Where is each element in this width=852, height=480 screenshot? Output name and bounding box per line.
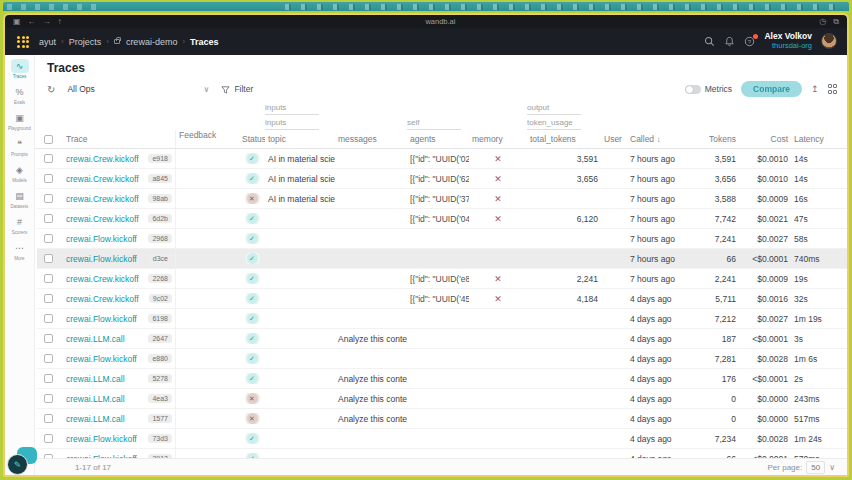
- sidebar-item-evals[interactable]: % Evals: [6, 85, 34, 105]
- chat-widget[interactable]: ✎: [7, 447, 37, 475]
- back-icon[interactable]: ←: [28, 18, 36, 26]
- sidebar-item-datasets[interactable]: ▤ Datasets: [6, 189, 34, 209]
- share-icon[interactable]: ↑: [58, 18, 62, 26]
- row-checkbox[interactable]: [44, 234, 53, 243]
- row-checkbox[interactable]: [44, 334, 53, 343]
- col-header-agents[interactable]: agents: [407, 134, 469, 144]
- trace-link[interactable]: crewai.Flow.kickoff: [66, 434, 137, 444]
- col-header-topic[interactable]: topic: [265, 134, 335, 144]
- per-page-chevron-icon[interactable]: ∨: [829, 463, 835, 472]
- table-row[interactable]: crewai.Flow.kickoff e880 ✓ 4 days ago 7,…: [37, 349, 847, 369]
- row-checkbox[interactable]: [44, 394, 53, 403]
- cell-called: 7 hours ago: [627, 174, 689, 184]
- sidebar-item-prompts[interactable]: ❝ Prompts: [6, 137, 34, 157]
- table-row[interactable]: crewai.Flow.kickoff 2968 ✓ 7 hours ago 7…: [37, 229, 847, 249]
- menubar-status-icons[interactable]: [285, 4, 845, 10]
- table-row[interactable]: crewai.Crew.kickoff 6d2b ✓ [{"id": "UUID…: [37, 209, 847, 229]
- trace-link[interactable]: crewai.LLM.call: [66, 374, 125, 384]
- trace-link[interactable]: crewai.Flow.kickoff: [66, 354, 137, 364]
- row-checkbox[interactable]: [44, 254, 53, 263]
- row-checkbox[interactable]: [44, 274, 53, 283]
- lock-icon: [114, 39, 120, 44]
- row-checkbox[interactable]: [44, 194, 53, 203]
- table-row[interactable]: crewai.Crew.kickoff e918 ✓ AI in materia…: [37, 149, 847, 169]
- wandb-logo-icon[interactable]: [17, 36, 29, 48]
- table-row[interactable]: crewai.LLM.call 2647 ✓ Analyze this cont…: [37, 329, 847, 349]
- trace-link[interactable]: crewai.LLM.call: [66, 394, 125, 404]
- table-row[interactable]: crewai.Flow.kickoff 6198 ✓ 4 days ago 7,…: [37, 309, 847, 329]
- extension-icon[interactable]: ◷: [819, 17, 826, 26]
- table-row[interactable]: crewai.Crew.kickoff 9c02 ✓ [{"id": "UUID…: [37, 289, 847, 309]
- sidebar-item-more[interactable]: ⋯ More: [6, 241, 34, 261]
- search-icon[interactable]: [704, 36, 715, 47]
- avatar[interactable]: [821, 33, 837, 49]
- trace-link[interactable]: crewai.Crew.kickoff: [66, 274, 139, 284]
- notifications-bell-icon[interactable]: [724, 36, 735, 47]
- export-icon[interactable]: ↥: [811, 84, 819, 94]
- sidebar-item-playground[interactable]: ▣ Playground: [6, 111, 34, 131]
- col-header-tokens[interactable]: Tokens: [689, 134, 739, 144]
- col-header-status[interactable]: Status: [239, 134, 265, 144]
- trace-link[interactable]: crewai.Flow.kickoff: [66, 234, 137, 244]
- table-row[interactable]: crewai.Flow.kickoff d3ce ✓ 7 hours ago 6…: [37, 249, 847, 269]
- forward-icon[interactable]: →: [43, 18, 51, 26]
- row-checkbox[interactable]: [44, 154, 53, 163]
- row-checkbox[interactable]: [44, 434, 53, 443]
- refresh-icon[interactable]: ↻: [47, 84, 55, 95]
- col-header-total-tokens[interactable]: total_tokens: [527, 134, 601, 144]
- metrics-toggle[interactable]: [685, 85, 701, 94]
- row-checkbox[interactable]: [44, 374, 53, 383]
- row-checkbox[interactable]: [44, 214, 53, 223]
- sidebar-item-traces[interactable]: ∿ Traces: [6, 59, 34, 79]
- table-row[interactable]: crewai.Crew.kickoff 2268 ✓ [{"id": "UUID…: [37, 269, 847, 289]
- column-manager-icon[interactable]: [828, 84, 838, 94]
- sidebar-item-scorers[interactable]: # Scorers: [6, 215, 34, 235]
- col-header-cost[interactable]: Cost: [739, 134, 791, 144]
- row-checkbox[interactable]: [44, 314, 53, 323]
- compare-button[interactable]: Compare: [741, 81, 802, 97]
- breadcrumb-user[interactable]: ayut: [39, 37, 56, 47]
- table-row[interactable]: crewai.Flow.kickoff 3912 ✓ 4 days ago 66…: [37, 449, 847, 458]
- col-header-called[interactable]: Called ↓: [627, 134, 689, 144]
- new-tab-icon[interactable]: ⧉: [833, 17, 839, 27]
- trace-link[interactable]: crewai.Crew.kickoff: [66, 214, 139, 224]
- user-block[interactable]: Alex Volkov thursdai-org: [764, 32, 812, 50]
- col-header-latency[interactable]: Latency: [791, 134, 835, 144]
- trace-link[interactable]: crewai.Crew.kickoff: [66, 294, 139, 304]
- help-icon[interactable]: ?: [744, 36, 755, 47]
- col-header-user[interactable]: User: [601, 134, 627, 144]
- per-page-select[interactable]: 50: [806, 461, 825, 474]
- row-checkbox[interactable]: [44, 354, 53, 363]
- sidebar-toggle-icon[interactable]: ▣: [13, 18, 21, 26]
- trace-link[interactable]: crewai.LLM.call: [66, 414, 125, 424]
- table-row[interactable]: crewai.Crew.kickoff a845 ✓ AI in materia…: [37, 169, 847, 189]
- table-row[interactable]: crewai.LLM.call 4ea3 ✕ Analyze this cont…: [37, 389, 847, 409]
- menubar-app-menus[interactable]: [7, 4, 97, 10]
- table-row[interactable]: crewai.Crew.kickoff 98ab ✕ AI in materia…: [37, 189, 847, 209]
- row-checkbox[interactable]: [44, 414, 53, 423]
- playground-icon: ▣: [11, 111, 29, 125]
- trace-link[interactable]: crewai.LLM.call: [66, 334, 125, 344]
- trace-link[interactable]: crewai.Crew.kickoff: [66, 154, 139, 164]
- filter-button[interactable]: Filter: [221, 84, 253, 94]
- row-checkbox[interactable]: [44, 174, 53, 183]
- breadcrumb-project[interactable]: crewai-demo: [126, 37, 178, 47]
- table-row[interactable]: crewai.Flow.kickoff 73d3 ✓ 4 days ago 7,…: [37, 429, 847, 449]
- select-all-checkbox[interactable]: [44, 135, 53, 144]
- breadcrumb-projects[interactable]: Projects: [69, 37, 102, 47]
- col-header-trace[interactable]: Trace: [63, 134, 175, 144]
- trace-link[interactable]: crewai.Crew.kickoff: [66, 174, 139, 184]
- trace-link[interactable]: crewai.Flow.kickoff: [66, 254, 137, 264]
- breadcrumb-page[interactable]: Traces: [190, 37, 219, 47]
- table-row[interactable]: crewai.LLM.call 5278 ✓ Analyze this cont…: [37, 369, 847, 389]
- row-checkbox[interactable]: [44, 294, 53, 303]
- ops-selector[interactable]: All Ops ∨: [63, 82, 213, 96]
- trace-link[interactable]: crewai.Crew.kickoff: [66, 194, 139, 204]
- table-row[interactable]: crewai.LLM.call 1577 ✕ Analyze this cont…: [37, 409, 847, 429]
- sidebar-item-models[interactable]: ◈ Models: [6, 163, 34, 183]
- trace-link[interactable]: crewai.Flow.kickoff: [66, 314, 137, 324]
- col-header-memory[interactable]: memory: [469, 134, 527, 144]
- url-bar[interactable]: wandb.ai: [69, 17, 813, 26]
- col-header-feedback[interactable]: Feedback: [175, 130, 239, 148]
- col-header-messages[interactable]: messages: [335, 134, 407, 144]
